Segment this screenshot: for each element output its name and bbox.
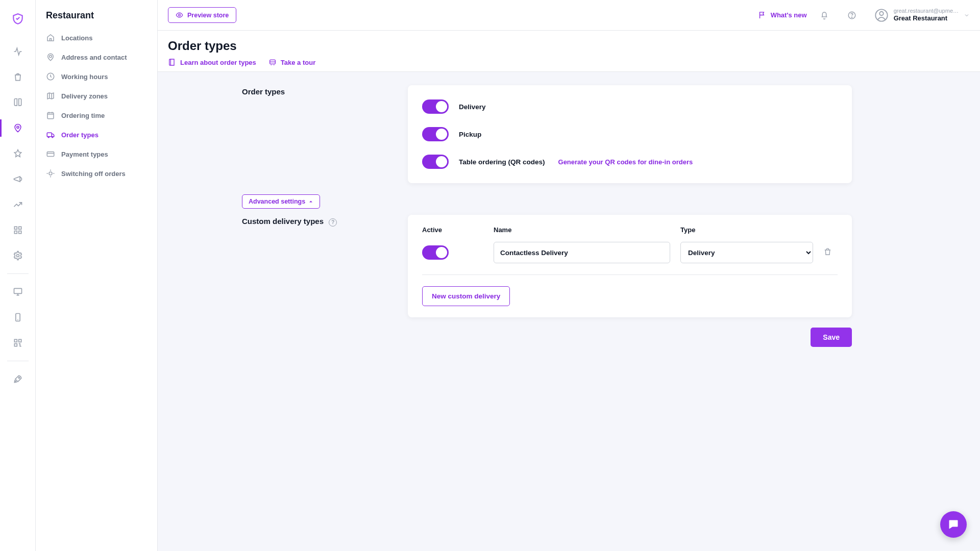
rail-phone-icon[interactable] [0, 305, 36, 330]
sidebar-item-payment[interactable]: Payment types [36, 144, 157, 164]
topbar: Preview store What's new great.restauran… [158, 0, 980, 31]
table-ordering-toggle[interactable] [422, 155, 449, 169]
rail-trending-icon[interactable] [0, 192, 36, 217]
learn-link-label: Learn about order types [180, 59, 256, 66]
sidebar-item-label: Ordering time [61, 112, 105, 119]
account-name: Great Restaurant [894, 14, 959, 22]
svg-rect-8 [14, 339, 17, 342]
svg-point-24 [879, 11, 883, 15]
svg-rect-15 [47, 133, 52, 137]
svg-point-12 [50, 55, 52, 58]
tour-link-label: Take a tour [281, 59, 315, 66]
custom-delivery-section-title: Custom delivery types ? [242, 217, 387, 227]
content: Order types Delivery Pickup Table orderi… [158, 72, 980, 551]
learn-link[interactable]: Learn about order types [168, 58, 256, 66]
svg-point-5 [16, 255, 19, 257]
sidebar-item-order-types[interactable]: Order types [36, 125, 157, 144]
sidebar-item-label: Switching off orders [61, 170, 126, 178]
tour-link[interactable]: Take a tour [268, 58, 315, 66]
rail-monitor-icon[interactable] [0, 279, 36, 305]
new-custom-delivery-button[interactable]: New custom delivery [422, 286, 510, 306]
svg-point-0 [16, 126, 18, 128]
sidebar: Restaurant Locations Address and contact… [36, 0, 158, 551]
svg-rect-6 [14, 288, 21, 293]
preview-store-label: Preview store [187, 12, 229, 19]
head-type: Type [680, 226, 813, 234]
account-menu[interactable]: great.restaurant@upme… Great Restaurant [874, 8, 970, 23]
chat-fab[interactable] [940, 511, 967, 538]
rail-qr-icon[interactable] [0, 330, 36, 356]
rail-book-icon[interactable] [0, 90, 36, 115]
bus-icon [268, 58, 277, 66]
svg-rect-1 [14, 227, 17, 229]
rail-divider-2 [7, 361, 29, 361]
rail-megaphone-icon[interactable] [0, 166, 36, 192]
rail-apps-icon[interactable] [0, 217, 36, 243]
caret-up-icon [308, 199, 313, 204]
order-types-section-title: Order types [242, 87, 387, 96]
sidebar-title: Restaurant [36, 10, 157, 28]
sidebar-item-switching-off[interactable]: Switching off orders [36, 164, 157, 183]
save-button[interactable]: Save [811, 328, 852, 347]
page-header: Order types Learn about order types Take… [158, 31, 980, 72]
eye-icon [176, 11, 183, 19]
help-button[interactable] [842, 5, 862, 26]
sidebar-item-label: Payment types [61, 151, 108, 158]
main: Preview store What's new great.restauran… [158, 0, 980, 551]
advanced-settings-button[interactable]: Advanced settings [242, 194, 320, 209]
rail-settings-icon[interactable] [0, 243, 36, 268]
custom-delivery-card: Active Name Type Delivery [408, 215, 852, 317]
custom-name-input[interactable] [494, 242, 670, 263]
rail-rocket-icon[interactable] [0, 366, 36, 392]
custom-table-head: Active Name Type [422, 226, 838, 234]
pickup-toggle[interactable] [422, 127, 449, 141]
custom-active-toggle[interactable] [422, 245, 449, 260]
sidebar-item-locations[interactable]: Locations [36, 28, 157, 47]
delivery-toggle[interactable] [422, 99, 449, 114]
delivery-label: Delivery [459, 103, 486, 111]
svg-rect-18 [47, 152, 54, 157]
sidebar-item-label: Locations [61, 34, 92, 42]
table-ordering-label: Table ordering (QR codes) [459, 158, 545, 166]
svg-point-11 [18, 377, 20, 379]
account-email: great.restaurant@upme… [894, 8, 959, 15]
generate-qr-link[interactable]: Generate your QR codes for dine-in order… [558, 158, 693, 166]
notifications-button[interactable] [814, 5, 835, 26]
whats-new-label: What's new [771, 11, 807, 19]
sidebar-item-address[interactable]: Address and contact [36, 47, 157, 67]
head-name: Name [494, 226, 670, 234]
rail-star-icon[interactable] [0, 141, 36, 166]
sidebar-item-zones[interactable]: Delivery zones [36, 86, 157, 106]
help-icon [847, 11, 856, 20]
head-active: Active [422, 226, 483, 234]
trash-icon [823, 247, 832, 256]
rail-bag-icon[interactable] [0, 64, 36, 90]
sidebar-item-ordering-time[interactable]: Ordering time [36, 106, 157, 125]
bell-icon [820, 11, 829, 20]
whats-new-link[interactable]: What's new [758, 11, 807, 19]
order-types-card: Delivery Pickup Table ordering (QR codes… [408, 85, 852, 183]
sidebar-item-label: Address and contact [61, 54, 127, 61]
order-type-pickup-row: Pickup [422, 124, 838, 144]
rail-divider [7, 273, 29, 274]
sidebar-item-label: Order types [61, 131, 99, 139]
sidebar-item-hours[interactable]: Working hours [36, 67, 157, 86]
page-title: Order types [168, 39, 970, 53]
advanced-settings-label: Advanced settings [249, 198, 305, 205]
svg-rect-14 [47, 113, 54, 119]
svg-rect-4 [18, 231, 21, 234]
order-type-delivery-row: Delivery [422, 96, 838, 117]
rail-location-icon[interactable] [0, 115, 36, 141]
svg-point-19 [49, 172, 52, 175]
svg-point-20 [179, 14, 181, 16]
svg-rect-2 [18, 227, 21, 229]
delete-row-button[interactable] [823, 247, 838, 258]
rail-activity-icon[interactable] [0, 39, 36, 64]
book-icon [168, 58, 176, 66]
preview-store-button[interactable]: Preview store [168, 7, 236, 23]
custom-type-select[interactable]: Delivery [680, 242, 813, 263]
pickup-label: Pickup [459, 131, 481, 138]
flag-icon [758, 11, 767, 19]
help-tooltip-icon[interactable]: ? [329, 218, 337, 227]
custom-table-row: Delivery [422, 242, 838, 275]
